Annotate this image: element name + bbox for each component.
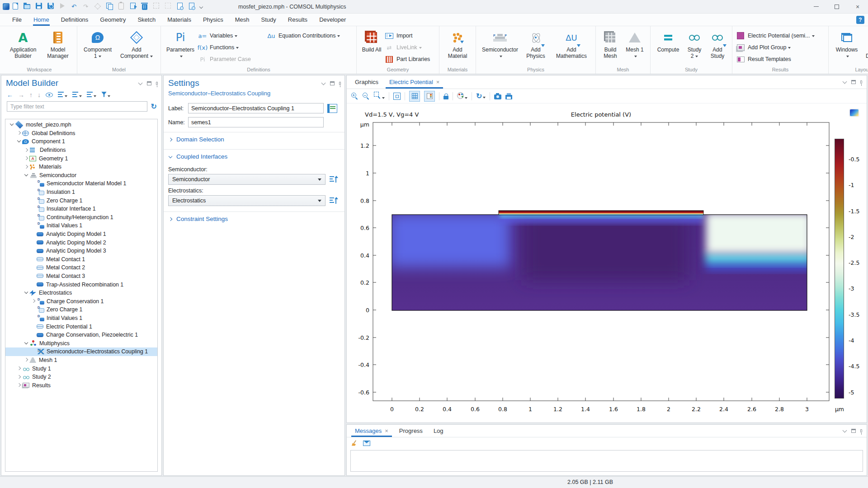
tree-item[interactable]: Multiphysics	[5, 339, 157, 347]
tree-item[interactable]: Semiconductor Material Model 1	[5, 179, 157, 188]
tree-item[interactable]: Insulator Interface 1	[5, 205, 157, 213]
expand-all-button[interactable]	[72, 92, 82, 99]
panel-float-icon[interactable]	[330, 81, 335, 85]
save-button[interactable]	[35, 3, 42, 10]
reset-desktop-button[interactable]: ↻ Reset Desktop	[863, 28, 868, 59]
close-tab-icon[interactable]: ×	[385, 427, 388, 434]
paste-button[interactable]	[117, 3, 125, 10]
livelink-button[interactable]: ⇄ LiveLink	[385, 42, 435, 52]
panel-pin-icon[interactable]	[156, 82, 158, 85]
expander-icon[interactable]	[24, 341, 29, 346]
result-templates-button[interactable]: Result Templates	[736, 54, 825, 64]
message-settings-icon[interactable]	[363, 441, 370, 446]
menu-physics[interactable]: Physics	[197, 14, 229, 26]
menu-mesh[interactable]: Mesh	[229, 14, 255, 26]
minimize-button[interactable]	[806, 0, 826, 14]
import-button[interactable]: Import	[385, 31, 435, 41]
parameters-button[interactable]: Pi Parameters	[165, 28, 196, 59]
print-icon[interactable]	[505, 95, 512, 99]
tree-item[interactable]: Mesh 1	[5, 356, 157, 365]
tree-item[interactable]: Metal Contact 2	[5, 263, 157, 272]
mesh-1-button[interactable]: Mesh 1	[623, 28, 646, 59]
cut-button[interactable]	[94, 3, 101, 10]
go-to-interface-icon[interactable]	[330, 176, 338, 183]
build-all-button[interactable]: Build All	[360, 28, 383, 53]
electrostatics-select[interactable]: Electrostatics	[168, 195, 326, 206]
zoom-in-icon[interactable]: +	[351, 93, 359, 100]
zoom-box-icon[interactable]	[374, 92, 385, 100]
clear-messages-icon[interactable]	[351, 440, 358, 446]
move-down-button[interactable]: ↓	[38, 91, 41, 99]
expander-icon[interactable]	[16, 383, 22, 388]
semiconductor-button[interactable]: Semiconductor	[480, 28, 520, 59]
delete-button[interactable]	[141, 3, 148, 10]
tab-electric-potential[interactable]: Electric Potential ×	[384, 75, 445, 89]
maximize-button[interactable]	[826, 0, 847, 14]
annotation-note-icon[interactable]	[327, 104, 337, 113]
filter-button[interactable]	[101, 92, 110, 99]
tree-item[interactable]: Charge Conservation 1	[5, 297, 157, 305]
add-physics-button[interactable]: Add Physics	[522, 28, 549, 59]
find-button[interactable]	[176, 3, 184, 10]
variables-button[interactable]: a= Variables	[198, 31, 265, 41]
close-tab-icon[interactable]: ×	[436, 79, 440, 85]
tree-item[interactable]: Study 1	[5, 364, 157, 373]
tree-item[interactable]: Insulation 1	[5, 188, 157, 197]
tree-item[interactable]: Charge Conservation, Piezoelectric 1	[5, 331, 157, 339]
panel-pin-icon[interactable]	[860, 80, 862, 84]
messages-output[interactable]	[350, 450, 863, 472]
expander-icon[interactable]	[24, 290, 29, 296]
tab-messages[interactable]: Messages ×	[349, 425, 394, 437]
compute-button[interactable]: Compute	[654, 28, 682, 53]
section-coupled-interfaces[interactable]: Coupled Interfaces	[164, 149, 344, 164]
add-study-button[interactable]: Add Study	[707, 28, 728, 59]
refresh-icon[interactable]: ↻	[151, 102, 157, 111]
zoom-out-icon[interactable]: −	[363, 93, 370, 100]
expander-icon[interactable]	[16, 139, 22, 144]
panel-menu-chevron-icon[interactable]	[321, 81, 326, 85]
tree-item[interactable]: Initial Values 1	[5, 221, 157, 230]
expander-icon[interactable]	[16, 131, 22, 136]
find-settings-button[interactable]	[188, 3, 195, 10]
panel-float-icon[interactable]	[147, 81, 151, 85]
tree-item[interactable]: Zero Charge 1	[5, 305, 157, 314]
expander-icon[interactable]	[24, 147, 29, 153]
zoom-extents-icon[interactable]	[393, 93, 401, 100]
section-constraint-settings[interactable]: Constraint Settings	[164, 211, 344, 226]
tree-item[interactable]: Definitions	[5, 146, 157, 155]
tree-item[interactable]: Initial Values 1	[5, 314, 157, 323]
tree-item[interactable]: Electrostatics	[5, 289, 157, 297]
add-material-button[interactable]: Add Material	[443, 28, 472, 59]
tree-item[interactable]: Study 2	[5, 373, 157, 381]
expander-icon[interactable]	[16, 374, 22, 380]
tree-item[interactable]: Metal Contact 3	[5, 272, 157, 281]
tab-log[interactable]: Log	[428, 425, 449, 437]
tree-item[interactable]: Continuity/Heterojunction 1	[5, 213, 157, 222]
tree-item[interactable]: Zero Charge 1	[5, 196, 157, 205]
tree-item[interactable]: AGeometry 1	[5, 154, 157, 163]
tree-filter-input[interactable]	[7, 101, 147, 112]
snapshot-camera-icon[interactable]	[494, 94, 501, 99]
move-up-button[interactable]: ↑	[29, 91, 33, 99]
panel-menu-chevron-icon[interactable]	[843, 80, 847, 84]
close-button[interactable]: ×	[847, 0, 868, 14]
component-1-button[interactable]: Ω Component 1	[81, 28, 114, 59]
color-palette-icon[interactable]	[457, 92, 467, 100]
electric-potential-plot-button[interactable]: Electric Potential (semi...	[736, 31, 825, 41]
tab-graphics[interactable]: Graphics	[349, 75, 384, 89]
add-mathematics-button[interactable]: ΔU Add Mathematics	[551, 28, 592, 59]
panel-menu-chevron-icon[interactable]	[138, 81, 142, 85]
run-button[interactable]	[58, 3, 66, 10]
expander-icon[interactable]	[24, 357, 29, 363]
tree-item[interactable]: Results	[5, 381, 157, 389]
new-file-button[interactable]	[11, 3, 19, 10]
add-plot-group-button[interactable]: Add Plot Group	[736, 42, 825, 52]
menu-results[interactable]: Results	[282, 14, 313, 26]
add-component-button[interactable]: Add Component	[116, 28, 157, 59]
tree-item[interactable]: mosfet_piezo.mph	[5, 121, 157, 129]
expander-icon[interactable]	[31, 299, 36, 304]
go-to-interface-icon[interactable]	[330, 197, 338, 205]
equation-contributions-button[interactable]: Δu Equation Contributions	[267, 31, 353, 41]
part-libraries-button[interactable]: Part Libraries	[385, 54, 435, 64]
menu-definitions[interactable]: Definitions	[55, 14, 94, 26]
